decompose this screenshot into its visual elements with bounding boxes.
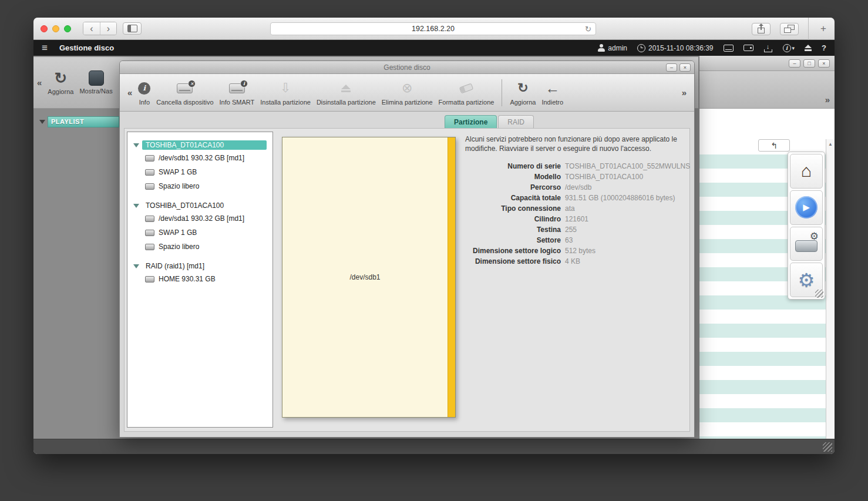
right-window-body: ↰ ▲ ⌂ ▶ ⚙ bbox=[699, 109, 835, 439]
new-tab-button[interactable]: + bbox=[818, 23, 829, 35]
playlist-section: PLAYLIST bbox=[39, 116, 119, 127]
tab-partizione[interactable]: Partizione bbox=[445, 115, 497, 128]
window-resize-grip[interactable] bbox=[823, 442, 832, 452]
minimize-button[interactable]: – bbox=[789, 59, 800, 68]
show-nas-icon bbox=[89, 70, 104, 86]
share-icon bbox=[756, 24, 766, 34]
back-button-dialog[interactable]: ← Indietro bbox=[539, 79, 566, 106]
eject-icon[interactable] bbox=[805, 45, 812, 51]
refresh-button[interactable]: ↻ Aggiorna bbox=[507, 79, 539, 106]
scrollbar[interactable]: ▲ bbox=[826, 139, 835, 439]
partition-map[interactable]: /dev/sdb1 bbox=[282, 137, 456, 418]
partition-icon bbox=[145, 216, 154, 222]
detail-row-physical-sector: Dimensione settore fisico 4 KB bbox=[465, 256, 685, 267]
tree-leaf-swap1[interactable]: SWAP 1 GB bbox=[131, 165, 269, 179]
tree-leaf-home[interactable]: HOME 930.31 GB bbox=[131, 272, 269, 286]
back-button[interactable]: ‹ bbox=[83, 22, 100, 35]
minimize-window-button[interactable] bbox=[52, 25, 59, 32]
address-bar[interactable]: 192.168.2.20 ↻ bbox=[270, 22, 596, 35]
service-warning-text: Alcuni servizi potrebbero non funzionare… bbox=[465, 135, 685, 153]
detail-row-cylinder: Cilindro 121601 bbox=[465, 214, 685, 224]
tree-node-disk2[interactable]: TOSHIBA_DT01ACA100 bbox=[131, 200, 269, 211]
dialog-minimize-button[interactable]: – bbox=[666, 63, 677, 72]
background-show-nas-button[interactable]: Mostra/Nas bbox=[79, 70, 112, 95]
dialog-close-button[interactable]: × bbox=[679, 63, 691, 72]
disclosure-triangle-icon[interactable] bbox=[133, 143, 139, 147]
user-icon bbox=[597, 44, 605, 52]
sidebar-toggle-button[interactable] bbox=[123, 22, 142, 35]
smart-info-icon: i bbox=[229, 79, 245, 97]
palette-resize-grip[interactable] bbox=[815, 290, 823, 298]
maximize-button[interactable]: □ bbox=[803, 59, 815, 68]
tree-leaf-sdb1[interactable]: /dev/sdb1 930.32 GB [md1] bbox=[131, 151, 269, 165]
user-name: admin bbox=[608, 44, 627, 52]
tree-leaf-swap2[interactable]: SWAP 1 GB bbox=[131, 226, 269, 240]
mount-partition-button[interactable]: ⇩ Installa partizione bbox=[257, 79, 314, 106]
detail-row-head: Testina 255 bbox=[465, 224, 685, 235]
info-dropdown[interactable]: i ▾ bbox=[783, 44, 795, 52]
disclosure-triangle-icon[interactable] bbox=[133, 264, 139, 268]
delete-partition-icon: ⊗ bbox=[402, 79, 412, 97]
clock-display: 2015-11-10 08:36:39 bbox=[637, 44, 714, 52]
detail-row-model: Modello TOSHIBA_DT01ACA100 bbox=[465, 172, 685, 182]
page-content: « ↻ Aggiorna Mostra/Nas PLAYLIST – □ × bbox=[33, 56, 835, 454]
scroll-up-icon[interactable]: ▲ bbox=[826, 139, 835, 147]
delete-partition-button[interactable]: ⊗ Elimina partizione bbox=[379, 79, 436, 106]
partition-icon bbox=[145, 155, 154, 162]
user-menu[interactable]: admin bbox=[597, 44, 627, 52]
disk-management-dialog: Gestione disco – × « i Info × bbox=[119, 60, 695, 438]
toolbar-scroll-left-icon[interactable]: « bbox=[125, 88, 135, 97]
collapse-left-icon[interactable]: « bbox=[37, 78, 42, 88]
info-button[interactable]: i Info bbox=[135, 79, 153, 106]
device-settings-button[interactable]: ⚙ bbox=[790, 227, 823, 261]
expand-right-icon[interactable]: » bbox=[825, 95, 830, 105]
menu-icon[interactable]: ≡ bbox=[42, 43, 48, 53]
dialog-title: Gestione disco bbox=[383, 63, 430, 72]
playlist-disclosure-icon[interactable] bbox=[39, 120, 45, 124]
play-button[interactable]: ▶ bbox=[790, 190, 823, 225]
detail-row-connection: Tipo connessione ata bbox=[465, 203, 685, 214]
partition-used-bar bbox=[448, 137, 455, 417]
zoom-window-button[interactable] bbox=[64, 25, 71, 32]
forward-button[interactable]: › bbox=[100, 22, 116, 35]
tree-leaf-free2[interactable]: Spazio libero bbox=[131, 240, 269, 254]
dialog-titlebar[interactable]: Gestione disco – × bbox=[120, 61, 694, 74]
share-button[interactable] bbox=[752, 23, 771, 35]
erase-device-button[interactable]: × Cancella dispositivo bbox=[153, 79, 216, 106]
tree-leaf-free1[interactable]: Spazio libero bbox=[131, 179, 269, 193]
undo-button[interactable]: ↰ bbox=[758, 139, 790, 152]
display-icon[interactable] bbox=[724, 45, 734, 52]
toolbar-scroll-right-icon[interactable]: » bbox=[679, 88, 689, 97]
dialog-body: Partizione RAID TOSHIBA_DT01ACA100 bbox=[120, 112, 694, 437]
tree-leaf-sda1[interactable]: /dev/sda1 930.32 GB [md1] bbox=[131, 211, 269, 226]
close-window-button[interactable] bbox=[41, 25, 48, 32]
format-partition-button[interactable]: Formatta partizione bbox=[436, 79, 497, 106]
tab-separator bbox=[808, 18, 809, 40]
toolbar-divider bbox=[502, 79, 502, 106]
detail-row-path: Percorso /dev/sdb bbox=[465, 182, 685, 193]
dialog-window-buttons: – × bbox=[666, 63, 691, 72]
home-button[interactable]: ⌂ bbox=[790, 154, 823, 189]
background-refresh-button[interactable]: ↻ Aggiorna bbox=[48, 70, 73, 95]
info-icon: i bbox=[138, 79, 150, 97]
download-icon[interactable]: ↓ bbox=[763, 44, 773, 52]
mount-partition-icon: ⇩ bbox=[280, 79, 291, 97]
page-footer bbox=[33, 439, 835, 454]
timestamp: 2015-11-10 08:36:39 bbox=[648, 44, 714, 52]
home-icon: ⌂ bbox=[801, 162, 812, 180]
disclosure-triangle-icon[interactable] bbox=[133, 204, 139, 208]
tree-group-raid: RAID (raid1) [md1] HOME 930.31 GB bbox=[131, 260, 269, 286]
tree-node-disk1[interactable]: TOSHIBA_DT01ACA100 bbox=[131, 139, 269, 151]
help-button[interactable]: ? bbox=[822, 43, 826, 52]
storage-icon[interactable] bbox=[743, 45, 753, 51]
playlist-header[interactable]: PLAYLIST bbox=[48, 116, 119, 127]
unmount-partition-button[interactable]: Disinstalla partizione bbox=[314, 79, 379, 106]
detail-row-capacity: Capacità totale 931.51 GB (1000204886016… bbox=[465, 193, 685, 203]
close-button[interactable]: × bbox=[818, 59, 830, 68]
smart-info-button[interactable]: i Info SMART bbox=[217, 79, 258, 106]
tree-group-disk2: TOSHIBA_DT01ACA100 /dev/sda1 930.32 GB [… bbox=[131, 200, 269, 254]
tab-overview-button[interactable] bbox=[780, 23, 799, 35]
reload-icon[interactable]: ↻ bbox=[585, 25, 591, 34]
tree-node-raid[interactable]: RAID (raid1) [md1] bbox=[131, 260, 269, 272]
tab-raid[interactable]: RAID bbox=[498, 115, 534, 128]
